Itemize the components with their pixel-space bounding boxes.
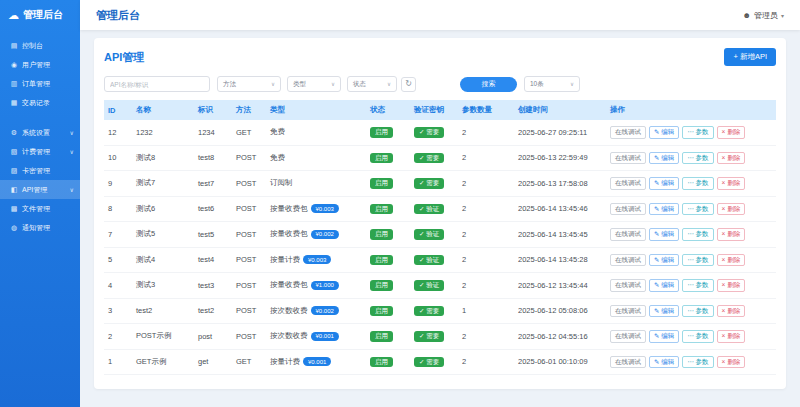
edit-button[interactable]: ✎ 编辑 [649, 356, 679, 369]
type-label: 订阅制 [270, 178, 293, 187]
sidebar-item-label: 控制台 [22, 41, 43, 51]
sidebar-item-cards[interactable]: ▨卡密管理 [0, 161, 80, 180]
sidebar-item-settings[interactable]: ⚙系统设置∨ [0, 123, 80, 142]
params-button[interactable]: ⋯ 参数 [682, 152, 713, 165]
params-button[interactable]: ⋯ 参数 [682, 228, 713, 241]
edit-button[interactable]: ✎ 编辑 [649, 203, 679, 216]
column-header: 类型 [266, 100, 366, 120]
method-select[interactable]: 方法 ∨ [217, 76, 281, 92]
status-select[interactable]: 状态 ∨ [347, 76, 397, 92]
debug-button[interactable]: 在线调试 [610, 279, 646, 292]
type-select[interactable]: 类型 ∨ [287, 76, 341, 92]
params-icon: ⋯ [687, 128, 694, 135]
edit-icon: ✎ [654, 358, 659, 365]
method-cell: GET [232, 120, 266, 145]
debug-button[interactable]: 在线调试 [610, 177, 646, 190]
delete-button[interactable]: × 删除 [717, 356, 746, 369]
id-cell: 10 [104, 145, 132, 171]
status-badge: 启用 [370, 204, 393, 215]
sidebar-item-files[interactable]: ▩文件管理 [0, 199, 80, 218]
debug-button[interactable]: 在线调试 [610, 152, 646, 165]
edit-button[interactable]: ✎ 编辑 [649, 279, 679, 292]
name-cell: 测试5 [132, 222, 194, 248]
params-button[interactable]: ⋯ 参数 [682, 305, 713, 318]
column-header: 名称 [132, 100, 194, 120]
edit-button[interactable]: ✎ 编辑 [649, 305, 679, 318]
edit-button[interactable]: ✎ 编辑 [649, 177, 679, 190]
method-cell: POST [232, 273, 266, 299]
table-row: 1GET示例getGET按量计费¥0.001启用✓ 需要22025-06-01 … [104, 349, 776, 375]
debug-button[interactable]: 在线调试 [610, 126, 646, 139]
debug-button[interactable]: 在线调试 [610, 356, 646, 369]
user-menu[interactable]: ☻ 管理员 ▾ [743, 10, 784, 21]
user-name: 管理员 [754, 10, 778, 21]
edit-button[interactable]: ✎ 编辑 [649, 330, 679, 343]
search-button[interactable]: 搜索 [460, 77, 517, 92]
actions-cell: 在线调试✎ 编辑⋯ 参数× 删除 [606, 196, 776, 222]
table-row: 8测试6test6POST按量收费包¥0.003启用✓ 验证22025-06-1… [104, 196, 776, 222]
debug-button[interactable]: 在线调试 [610, 305, 646, 318]
column-header: 验证密钥 [410, 100, 458, 120]
edit-button[interactable]: ✎ 编辑 [649, 228, 679, 241]
delete-button[interactable]: × 删除 [717, 279, 746, 292]
params-button[interactable]: ⋯ 参数 [682, 330, 713, 343]
topbar-title: 管理后台 [96, 8, 140, 23]
id-cell: 9 [104, 171, 132, 197]
debug-button[interactable]: 在线调试 [610, 330, 646, 343]
delete-button[interactable]: × 删除 [717, 177, 746, 190]
name-cell: GET示例 [132, 349, 194, 375]
delete-button[interactable]: × 删除 [717, 305, 746, 318]
sidebar-item-users[interactable]: ◉用户管理 [0, 55, 80, 74]
app-root: ☁ 管理后台 ▤控制台◉用户管理▥订单管理▦交易记录⚙系统设置∨▧计费管理∨▨卡… [0, 0, 800, 407]
params-button[interactable]: ⋯ 参数 [682, 279, 713, 292]
column-header: 操作 [606, 100, 776, 120]
name-cell: 测试8 [132, 145, 194, 171]
table-body: 1212321234GET免费启用✓ 需要22025-06-27 09:25:1… [104, 120, 776, 375]
debug-button[interactable]: 在线调试 [610, 228, 646, 241]
params-button[interactable]: ⋯ 参数 [682, 254, 713, 267]
params-button[interactable]: ⋯ 参数 [682, 203, 713, 216]
sidebar-item-notify[interactable]: ◍通知管理 [0, 218, 80, 237]
params-button[interactable]: ⋯ 参数 [682, 177, 713, 190]
keyword-input[interactable] [104, 76, 210, 92]
delete-button[interactable]: × 删除 [717, 254, 746, 267]
delete-button[interactable]: × 删除 [717, 126, 746, 139]
chevron-down-icon: ∨ [70, 186, 74, 193]
caret-down-icon: ▾ [781, 12, 784, 19]
params-button[interactable]: ⋯ 参数 [682, 356, 713, 369]
params-button[interactable]: ⋯ 参数 [682, 126, 713, 139]
sidebar-item-billing[interactable]: ▧计费管理∨ [0, 142, 80, 161]
page-size-select[interactable]: 10条 ∨ [524, 76, 580, 92]
user-avatar-icon: ☻ [743, 11, 751, 20]
edit-icon: ✎ [654, 179, 659, 186]
debug-button[interactable]: 在线调试 [610, 254, 646, 267]
delete-button[interactable]: × 删除 [717, 228, 746, 241]
table-row: 4测试3test3POST按量收费包¥1.000启用✓ 验证22025-06-1… [104, 273, 776, 299]
name-cell: 测试7 [132, 171, 194, 197]
table-row: 9测试7test7POST订阅制启用✓ 需要22025-06-13 17:58:… [104, 171, 776, 197]
delete-button[interactable]: × 删除 [717, 152, 746, 165]
sidebar-item-transactions[interactable]: ▦交易记录 [0, 93, 80, 112]
params-icon: ⋯ [687, 358, 694, 365]
sidebar-item-dashboard[interactable]: ▤控制台 [0, 36, 80, 55]
brand-title: 管理后台 [23, 8, 63, 22]
edit-button[interactable]: ✎ 编辑 [649, 254, 679, 267]
created-cell: 2025-06-27 09:25:11 [514, 120, 606, 145]
users-icon: ◉ [10, 61, 18, 69]
price-badge: ¥0.003 [303, 255, 331, 264]
edit-button[interactable]: ✎ 编辑 [649, 126, 679, 139]
create-api-button[interactable]: + 新增API [724, 48, 776, 66]
reset-button[interactable]: ↻ [401, 77, 416, 92]
delete-button[interactable]: × 删除 [717, 203, 746, 216]
sidebar-item-label: 文件管理 [22, 204, 50, 214]
params-cell: 2 [458, 247, 514, 273]
delete-icon: × [722, 205, 726, 212]
params-icon: ⋯ [687, 332, 694, 339]
delete-button[interactable]: × 删除 [717, 330, 746, 343]
edit-button[interactable]: ✎ 编辑 [649, 152, 679, 165]
sidebar-item-orders[interactable]: ▥订单管理 [0, 74, 80, 93]
status-badge: 启用 [370, 229, 393, 240]
debug-button[interactable]: 在线调试 [610, 203, 646, 216]
sidebar-item-api[interactable]: ◧API管理∨ [0, 180, 80, 199]
column-header: 创建时间 [514, 100, 606, 120]
